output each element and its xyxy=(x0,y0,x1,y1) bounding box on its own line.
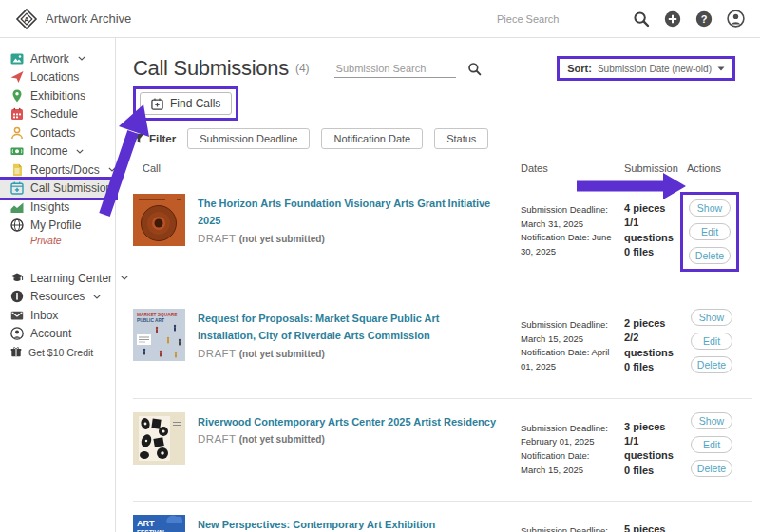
globe-icon xyxy=(10,218,24,232)
call-title-link[interactable]: Request for Proposals: Market Square Pub… xyxy=(198,313,439,341)
calendar-icon xyxy=(10,107,24,121)
show-button[interactable]: Show xyxy=(689,200,731,217)
piece-search-input[interactable] xyxy=(495,10,618,28)
sidebar-item-reports-docs[interactable]: Reports/Docs xyxy=(0,161,115,180)
chevron-down-icon xyxy=(93,294,101,299)
gift-icon xyxy=(10,346,22,358)
questions-count: 1/1 questions xyxy=(624,434,681,464)
search-icon[interactable] xyxy=(633,10,650,28)
pieces-count: 3 pieces xyxy=(624,420,681,434)
sidebar-item-locations[interactable]: Locations xyxy=(0,68,115,87)
graduation-cap-icon xyxy=(10,272,24,285)
sidebar-item-label: Artwork xyxy=(30,52,69,66)
topbar: A Artwork Archive ? xyxy=(0,0,760,38)
svg-text:ART: ART xyxy=(137,519,155,528)
call-title-link[interactable]: New Perspectives: Contemporary Art Exhib… xyxy=(198,519,435,530)
call-thumbnail-orange-disc[interactable] xyxy=(133,194,185,246)
column-header-actions: Actions xyxy=(681,162,752,174)
filter-submission-deadline-button[interactable]: Submission Deadline xyxy=(187,128,310,149)
svg-text:?: ? xyxy=(701,13,708,25)
status-badge: DRAFT xyxy=(198,233,236,244)
filter-status-button[interactable]: Status xyxy=(434,128,488,149)
map-pin-icon xyxy=(10,89,24,103)
find-calls-button[interactable]: Find Calls xyxy=(140,92,232,115)
envelope-icon xyxy=(10,309,24,322)
chart-icon xyxy=(10,200,24,214)
sidebar-item-label: My Profile xyxy=(30,218,81,232)
sidebar-item-call-submissions[interactable]: Call Submissions xyxy=(0,180,115,199)
sidebar-item-contacts[interactable]: Contacts xyxy=(0,124,115,142)
sidebar-item-label: Get $10 Credit xyxy=(28,347,93,358)
help-icon[interactable]: ? xyxy=(695,10,712,28)
svg-text:PUBLIC ART: PUBLIC ART xyxy=(137,318,164,323)
sidebar-item-label: Income xyxy=(30,144,67,158)
delete-button[interactable]: Delete xyxy=(689,247,731,264)
status-note: (not yet submitted) xyxy=(239,234,325,244)
status-badge: DRAFT xyxy=(198,433,236,445)
submission-search-input[interactable] xyxy=(334,60,456,78)
sidebar-item-account[interactable]: Account xyxy=(0,325,115,344)
column-header-dates: Dates xyxy=(511,162,618,174)
edit-button[interactable]: Edit xyxy=(689,223,731,240)
sort-dropdown[interactable]: Sort: Submission Date (new-old) xyxy=(557,56,735,81)
notification-date: Notification Date: March 15, 2025 xyxy=(521,449,615,477)
questions-count: 2/2 questions xyxy=(624,331,681,360)
sidebar-item-income[interactable]: Income xyxy=(0,142,115,162)
filter-label[interactable]: Filter xyxy=(133,133,176,144)
sidebar-item-label: Schedule xyxy=(30,107,78,121)
show-button[interactable]: Show xyxy=(691,309,732,326)
svg-text:MARKET SQUARE: MARKET SQUARE xyxy=(137,313,178,317)
edit-button[interactable]: Edit xyxy=(691,436,732,453)
pieces-count: 5 pieces xyxy=(624,522,681,532)
table-row: Riverwood Contemporary Arts Center 2025 … xyxy=(133,399,752,503)
sidebar-item-learning-center[interactable]: Learning Center xyxy=(0,269,115,288)
sidebar-item-label: Reports/Docs xyxy=(30,163,100,177)
money-icon xyxy=(10,144,24,158)
svg-text:A: A xyxy=(24,14,29,23)
search-icon[interactable] xyxy=(467,62,482,76)
sidebar-item-artwork[interactable]: Artwork xyxy=(0,49,115,68)
brand[interactable]: A Artwork Archive xyxy=(15,8,131,30)
find-calls-annotation-box: Find Calls xyxy=(133,86,238,121)
table-row: ART FESTIVAL New Perspectives: Contempor… xyxy=(133,502,752,532)
sidebar-item-label: Learning Center xyxy=(30,272,112,285)
sidebar-item-insights[interactable]: Insights xyxy=(0,198,115,217)
edit-button[interactable]: Edit xyxy=(691,332,732,350)
sidebar-item-label: Resources xyxy=(30,290,85,303)
sidebar-item-inbox[interactable]: Inbox xyxy=(0,306,115,325)
submission-count: (4) xyxy=(295,62,310,75)
sidebar-item-exhibitions[interactable]: Exhibitions xyxy=(0,86,115,105)
sidebar-item-get-credit[interactable]: Get $10 Credit xyxy=(0,343,115,362)
call-thumbnail-collage[interactable] xyxy=(133,412,185,465)
table-header: Call Dates Submission Actions xyxy=(133,162,752,180)
files-count: 0 files xyxy=(624,464,681,478)
sidebar-item-resources[interactable]: Resources xyxy=(0,288,115,307)
sidebar-item-my-profile[interactable]: My Profile xyxy=(0,217,115,236)
delete-button[interactable]: Delete xyxy=(691,356,732,373)
call-thumbnail-market-square-poster[interactable]: MARKET SQUARE PUBLIC ART xyxy=(133,309,185,361)
account-avatar-icon[interactable] xyxy=(727,10,745,28)
sidebar-item-schedule[interactable]: Schedule xyxy=(0,105,115,124)
sidebar-item-label: Locations xyxy=(30,70,79,84)
sidebar-item-label: Exhibitions xyxy=(30,89,86,103)
sort-label: Sort: xyxy=(567,63,592,74)
files-count: 0 files xyxy=(624,245,681,259)
main-content: Call Submissions (4) Sort: Submission Da… xyxy=(116,38,760,532)
image-icon xyxy=(10,52,24,66)
questions-count: 1/1 questions xyxy=(624,216,681,245)
call-thumbnail-art-festival-poster[interactable]: ART FESTIVAL xyxy=(133,515,185,532)
call-title-link[interactable]: Riverwood Contemporary Arts Center 2025 … xyxy=(198,416,496,428)
delete-button[interactable]: Delete xyxy=(691,460,732,477)
caret-down-icon xyxy=(717,66,725,71)
calendar-plus-icon xyxy=(151,98,163,110)
filter-notification-date-button[interactable]: Notification Date xyxy=(321,128,423,149)
call-title-link[interactable]: The Horizon Arts Foundation Visionary Ar… xyxy=(198,198,490,226)
submission-deadline: Submission Deadline: March 15, 2025 xyxy=(521,318,615,346)
piece-search xyxy=(495,10,618,28)
show-button[interactable]: Show xyxy=(691,412,732,429)
find-calls-label: Find Calls xyxy=(170,97,220,110)
add-icon[interactable] xyxy=(664,10,681,28)
person-icon xyxy=(10,126,24,140)
column-header-submission: Submission xyxy=(618,162,681,174)
page-title: Call Submissions xyxy=(133,56,289,81)
